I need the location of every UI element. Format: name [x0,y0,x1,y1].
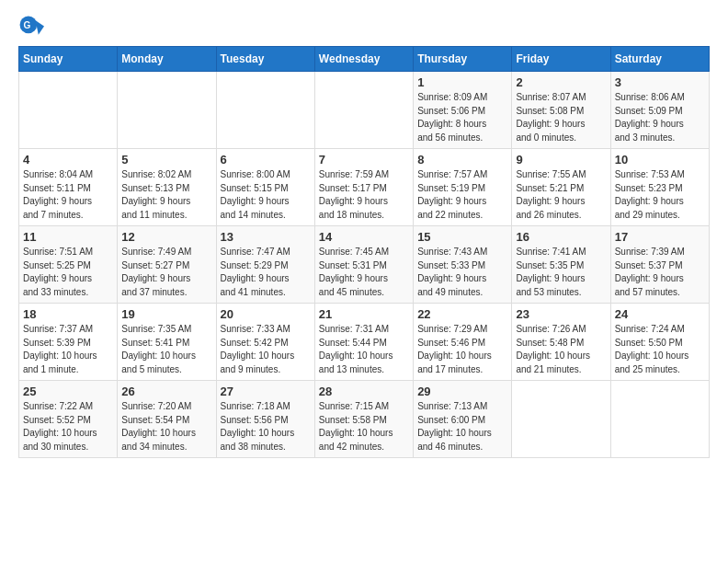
day-number: 24 [615,307,705,321]
week-row-2: 4Sunrise: 8:04 AM Sunset: 5:11 PM Daylig… [19,149,710,226]
day-info: Sunrise: 7:18 AM Sunset: 5:56 PM Dayligh… [221,400,311,454]
day-number: 8 [417,153,507,167]
day-info: Sunrise: 7:37 AM Sunset: 5:39 PM Dayligh… [23,323,113,376]
week-row-1: 1Sunrise: 8:09 AM Sunset: 5:06 PM Daylig… [19,72,710,149]
day-cell [610,381,709,458]
weekday-header-tuesday: Tuesday [216,47,314,72]
day-info: Sunrise: 7:29 AM Sunset: 5:46 PM Dayligh… [417,323,507,376]
day-cell: 23Sunrise: 7:26 AM Sunset: 5:48 PM Dayli… [512,304,610,381]
day-cell: 22Sunrise: 7:29 AM Sunset: 5:46 PM Dayli… [414,304,512,381]
day-cell [512,381,610,458]
day-cell: 14Sunrise: 7:45 AM Sunset: 5:31 PM Dayli… [314,226,413,304]
week-row-5: 25Sunrise: 7:22 AM Sunset: 5:52 PM Dayli… [19,381,710,458]
day-cell: 4Sunrise: 8:04 AM Sunset: 5:11 PM Daylig… [19,149,118,226]
day-number: 23 [516,307,606,321]
day-number: 21 [319,307,409,321]
day-info: Sunrise: 7:49 AM Sunset: 5:27 PM Dayligh… [121,246,211,299]
calendar-table: SundayMondayTuesdayWednesdayThursdayFrid… [18,46,710,458]
day-number: 28 [319,385,409,398]
day-cell: 28Sunrise: 7:15 AM Sunset: 5:58 PM Dayli… [314,381,413,458]
svg-text:G: G [23,20,30,30]
day-cell: 27Sunrise: 7:18 AM Sunset: 5:56 PM Dayli… [216,381,314,458]
day-info: Sunrise: 7:31 AM Sunset: 5:44 PM Dayligh… [319,323,409,376]
day-number: 22 [417,307,507,321]
day-cell: 5Sunrise: 8:02 AM Sunset: 5:13 PM Daylig… [118,149,216,226]
day-cell: 18Sunrise: 7:37 AM Sunset: 5:39 PM Dayli… [19,304,118,381]
day-cell: 12Sunrise: 7:49 AM Sunset: 5:27 PM Dayli… [118,226,216,304]
day-cell [118,72,216,149]
day-cell: 8Sunrise: 7:57 AM Sunset: 5:19 PM Daylig… [414,149,512,226]
page-container: G SundayMondayTuesdayWednesdayThursdayFr… [0,0,728,467]
day-info: Sunrise: 7:39 AM Sunset: 5:37 PM Dayligh… [615,246,705,299]
day-cell: 25Sunrise: 7:22 AM Sunset: 5:52 PM Dayli… [19,381,118,458]
day-cell: 13Sunrise: 7:47 AM Sunset: 5:29 PM Dayli… [216,226,314,304]
day-cell: 16Sunrise: 7:41 AM Sunset: 5:35 PM Dayli… [512,226,610,304]
day-number: 18 [23,307,113,321]
day-number: 29 [417,385,507,398]
day-number: 17 [615,230,705,244]
day-info: Sunrise: 7:43 AM Sunset: 5:33 PM Dayligh… [417,246,507,299]
day-number: 12 [121,230,211,244]
day-number: 27 [221,385,311,398]
day-number: 16 [516,230,606,244]
day-info: Sunrise: 7:20 AM Sunset: 5:54 PM Dayligh… [121,400,211,454]
day-cell: 7Sunrise: 7:59 AM Sunset: 5:17 PM Daylig… [314,149,413,226]
svg-marker-2 [36,20,44,35]
day-info: Sunrise: 7:24 AM Sunset: 5:50 PM Dayligh… [615,323,705,376]
day-info: Sunrise: 7:15 AM Sunset: 5:58 PM Dayligh… [319,400,409,454]
day-number: 1 [417,75,507,89]
day-info: Sunrise: 8:07 AM Sunset: 5:08 PM Dayligh… [516,91,606,144]
day-info: Sunrise: 7:35 AM Sunset: 5:41 PM Dayligh… [121,323,211,376]
day-cell: 10Sunrise: 7:53 AM Sunset: 5:23 PM Dayli… [610,149,709,226]
day-cell [314,72,413,149]
weekday-header-monday: Monday [118,47,216,72]
day-cell: 29Sunrise: 7:13 AM Sunset: 6:00 PM Dayli… [414,381,512,458]
day-number: 9 [516,153,606,167]
day-number: 4 [23,153,113,167]
day-info: Sunrise: 8:04 AM Sunset: 5:11 PM Dayligh… [23,168,113,222]
day-number: 5 [121,153,211,167]
day-number: 10 [615,153,705,167]
day-number: 3 [615,75,705,89]
day-number: 15 [417,230,507,244]
day-cell: 3Sunrise: 8:06 AM Sunset: 5:09 PM Daylig… [610,72,709,149]
day-number: 19 [121,307,211,321]
day-number: 13 [221,230,311,244]
day-cell: 24Sunrise: 7:24 AM Sunset: 5:50 PM Dayli… [610,304,709,381]
day-info: Sunrise: 7:33 AM Sunset: 5:42 PM Dayligh… [221,323,311,376]
day-cell [216,72,314,149]
day-info: Sunrise: 7:57 AM Sunset: 5:19 PM Dayligh… [417,168,507,222]
day-number: 2 [516,75,606,89]
day-info: Sunrise: 7:22 AM Sunset: 5:52 PM Dayligh… [23,400,113,454]
weekday-header-saturday: Saturday [610,47,709,72]
day-info: Sunrise: 7:41 AM Sunset: 5:35 PM Dayligh… [516,246,606,299]
logo: G [18,15,48,40]
day-number: 20 [221,307,311,321]
day-number: 7 [319,153,409,167]
weekday-header-sunday: Sunday [19,47,118,72]
day-info: Sunrise: 8:02 AM Sunset: 5:13 PM Dayligh… [121,168,211,222]
day-cell: 6Sunrise: 8:00 AM Sunset: 5:15 PM Daylig… [216,149,314,226]
day-cell: 15Sunrise: 7:43 AM Sunset: 5:33 PM Dayli… [414,226,512,304]
day-info: Sunrise: 8:06 AM Sunset: 5:09 PM Dayligh… [615,91,705,144]
day-cell: 17Sunrise: 7:39 AM Sunset: 5:37 PM Dayli… [610,226,709,304]
day-cell: 9Sunrise: 7:55 AM Sunset: 5:21 PM Daylig… [512,149,610,226]
day-info: Sunrise: 7:26 AM Sunset: 5:48 PM Dayligh… [516,323,606,376]
day-cell: 19Sunrise: 7:35 AM Sunset: 5:41 PM Dayli… [118,304,216,381]
day-info: Sunrise: 8:09 AM Sunset: 5:06 PM Dayligh… [417,91,507,144]
week-row-3: 11Sunrise: 7:51 AM Sunset: 5:25 PM Dayli… [19,226,710,304]
weekday-header-thursday: Thursday [414,47,512,72]
day-info: Sunrise: 7:47 AM Sunset: 5:29 PM Dayligh… [221,246,311,299]
day-info: Sunrise: 7:51 AM Sunset: 5:25 PM Dayligh… [23,246,113,299]
day-info: Sunrise: 7:53 AM Sunset: 5:23 PM Dayligh… [615,168,705,222]
weekday-header-friday: Friday [512,47,610,72]
day-cell: 2Sunrise: 8:07 AM Sunset: 5:08 PM Daylig… [512,72,610,149]
weekday-header-wednesday: Wednesday [314,47,413,72]
weekday-header-row: SundayMondayTuesdayWednesdayThursdayFrid… [19,47,710,72]
day-number: 14 [319,230,409,244]
day-cell: 21Sunrise: 7:31 AM Sunset: 5:44 PM Dayli… [314,304,413,381]
day-number: 6 [221,153,311,167]
day-cell: 1Sunrise: 8:09 AM Sunset: 5:06 PM Daylig… [414,72,512,149]
day-cell: 26Sunrise: 7:20 AM Sunset: 5:54 PM Dayli… [118,381,216,458]
day-info: Sunrise: 7:45 AM Sunset: 5:31 PM Dayligh… [319,246,409,299]
